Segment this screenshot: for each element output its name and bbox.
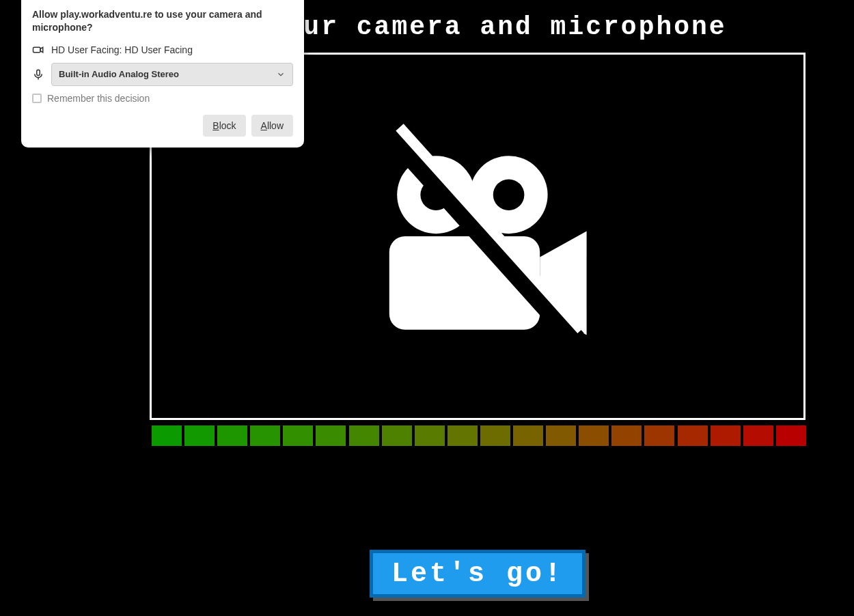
sound-meter-cell bbox=[184, 425, 215, 446]
permission-dialog-title: Allow play.workadventu.re to use your ca… bbox=[32, 8, 293, 34]
allow-button-accel: A bbox=[261, 120, 267, 131]
camera-device-label: HD User Facing: HD User Facing bbox=[51, 44, 193, 55]
sound-meter-cell bbox=[283, 425, 313, 446]
sound-meter-cell bbox=[349, 425, 379, 446]
remember-decision-label: Remember this decision bbox=[47, 93, 150, 104]
sound-meter-cell bbox=[316, 425, 346, 446]
svg-point-3 bbox=[493, 179, 525, 210]
sound-meter-cell bbox=[611, 425, 642, 446]
sound-meter-cell bbox=[415, 425, 445, 446]
svg-rect-7 bbox=[37, 70, 40, 75]
sound-meter-cell bbox=[579, 425, 609, 446]
camera-icon bbox=[32, 44, 44, 56]
sound-meter bbox=[152, 425, 806, 446]
svg-rect-6 bbox=[33, 47, 41, 53]
sound-meter-cell bbox=[513, 425, 543, 446]
sound-meter-cell bbox=[152, 425, 182, 446]
audio-device-selected: Built-in Audio Analog Stereo bbox=[59, 69, 179, 79]
sound-meter-cell bbox=[480, 425, 510, 446]
permission-dialog: Allow play.workadventu.re to use your ca… bbox=[21, 0, 304, 148]
allow-button-rest: llow bbox=[267, 120, 284, 131]
microphone-icon bbox=[32, 68, 44, 81]
audio-device-select[interactable]: Built-in Audio Analog Stereo bbox=[51, 63, 293, 86]
lets-go-button[interactable]: Let's go! bbox=[370, 550, 586, 598]
block-button-rest: lock bbox=[219, 120, 236, 131]
sound-meter-cell bbox=[382, 425, 412, 446]
allow-button[interactable]: Allow bbox=[251, 115, 293, 137]
sound-meter-cell bbox=[447, 425, 478, 446]
block-button-accel: B bbox=[212, 120, 219, 131]
sound-meter-cell bbox=[678, 425, 708, 446]
sound-meter-cell bbox=[250, 425, 280, 446]
sound-meter-cell bbox=[644, 425, 674, 446]
block-button[interactable]: Block bbox=[203, 115, 245, 137]
sound-meter-cell bbox=[743, 425, 773, 446]
sound-meter-cell bbox=[776, 425, 806, 446]
camera-off-icon bbox=[348, 107, 607, 366]
sound-meter-cell bbox=[217, 425, 247, 446]
chevron-down-icon bbox=[276, 70, 286, 79]
sound-meter-cell bbox=[546, 425, 576, 446]
sound-meter-cell bbox=[711, 425, 741, 446]
remember-decision-checkbox[interactable] bbox=[32, 94, 42, 103]
